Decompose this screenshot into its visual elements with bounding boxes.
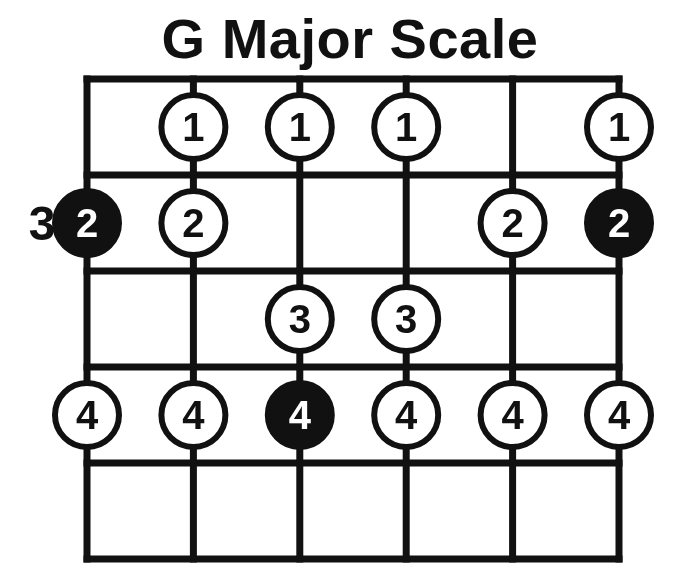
note-dot: 3 xyxy=(268,287,332,351)
note-dot: 4 xyxy=(374,383,438,447)
note-dot: 3 xyxy=(374,287,438,351)
finger-number: 2 xyxy=(501,201,523,245)
finger-number: 4 xyxy=(182,393,205,437)
root-note-dot: 2 xyxy=(55,191,119,255)
fret-marker-3: 3 xyxy=(29,196,56,251)
finger-number: 4 xyxy=(76,393,99,437)
finger-number: 3 xyxy=(289,297,311,341)
title: G Major Scale xyxy=(0,6,700,71)
finger-number: 1 xyxy=(395,105,417,149)
finger-number: 4 xyxy=(608,393,631,437)
finger-number: 2 xyxy=(182,201,204,245)
root-note-dot: 2 xyxy=(587,191,651,255)
note-dot: 2 xyxy=(161,191,225,255)
note-dot: 1 xyxy=(374,95,438,159)
root-note-dot: 4 xyxy=(268,383,332,447)
finger-number: 1 xyxy=(182,105,204,149)
finger-number: 2 xyxy=(608,201,630,245)
fretboard: 1111222233444444 xyxy=(0,0,700,582)
note-dot: 4 xyxy=(161,383,225,447)
note-dot: 1 xyxy=(161,95,225,159)
note-dot: 4 xyxy=(587,383,651,447)
finger-number: 1 xyxy=(608,105,630,149)
finger-number: 4 xyxy=(395,393,418,437)
finger-number: 3 xyxy=(395,297,417,341)
finger-number: 4 xyxy=(289,393,312,437)
note-dot: 1 xyxy=(587,95,651,159)
finger-number: 1 xyxy=(289,105,311,149)
finger-number: 2 xyxy=(76,201,98,245)
note-dot: 4 xyxy=(55,383,119,447)
note-dot: 1 xyxy=(268,95,332,159)
finger-number: 4 xyxy=(501,393,524,437)
note-dot: 2 xyxy=(481,191,545,255)
note-dot: 4 xyxy=(481,383,545,447)
